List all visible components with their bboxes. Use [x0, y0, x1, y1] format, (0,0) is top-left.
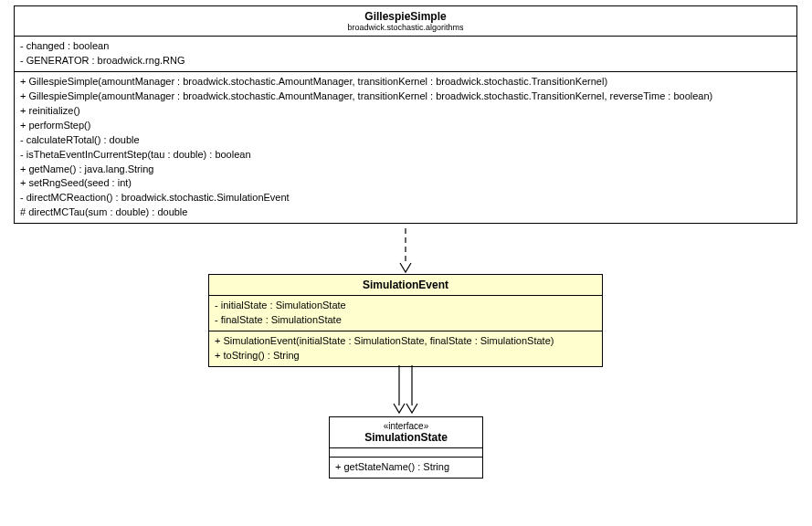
class-header: GillespieSimple broadwick.stochastic.alg… [15, 6, 796, 37]
class-header: «interface» SimulationState [330, 417, 482, 448]
stereotype: «interface» [337, 421, 475, 431]
operation: + GillespieSimple(amountManager : broadw… [20, 75, 791, 89]
association-arrow-left [393, 365, 406, 416]
attributes-section: - changed : boolean - GENERATOR : broadw… [15, 37, 796, 72]
class-name: GillespieSimple [22, 10, 789, 23]
attributes-section [330, 448, 482, 458]
attribute: - initialState : SimulationState [215, 299, 596, 313]
attribute: - finalState : SimulationState [215, 313, 596, 328]
class-name: SimulationState [337, 431, 475, 444]
operation: - isThetaEventInCurrentStep(tau : double… [20, 148, 791, 163]
interface-simulation-state: «interface» SimulationState + getStateNa… [329, 416, 483, 479]
class-simulation-event: SimulationEvent - initialState : Simulat… [208, 274, 603, 367]
operation: + setRngSeed(seed : int) [20, 176, 791, 191]
operation: - calculateRTotal() : double [20, 133, 791, 148]
operation: + getStateName() : String [335, 460, 477, 475]
class-package: broadwick.stochastic.algorithms [22, 23, 789, 32]
class-header: SimulationEvent [209, 275, 602, 296]
class-name: SimulationEvent [216, 279, 595, 291]
operation: + getName() : java.lang.String [20, 163, 791, 177]
operation: # directMCTau(sum : double) : double [20, 205, 791, 220]
operation: + reinitialize() [20, 104, 791, 119]
operations-section: + SimulationEvent(initialState : Simulat… [209, 331, 602, 366]
operation: + performStep() [20, 119, 791, 133]
operation: - directMCReaction() : broadwick.stochas… [20, 191, 791, 205]
attribute: - GENERATOR : broadwick.rng.RNG [20, 54, 791, 68]
class-gillespie-simple: GillespieSimple broadwick.stochastic.alg… [14, 5, 797, 224]
operation: + GillespieSimple(amountManager : broadw… [20, 89, 791, 104]
attribute: - changed : boolean [20, 39, 791, 54]
attributes-section: - initialState : SimulationState - final… [209, 296, 602, 331]
operation: + toString() : String [215, 349, 596, 363]
operations-section: + getStateName() : String [330, 458, 482, 478]
dependency-arrow [399, 228, 412, 274]
operation: + SimulationEvent(initialState : Simulat… [215, 334, 596, 349]
association-arrow-right [406, 365, 418, 416]
operations-section: + GillespieSimple(amountManager : broadw… [15, 72, 796, 223]
